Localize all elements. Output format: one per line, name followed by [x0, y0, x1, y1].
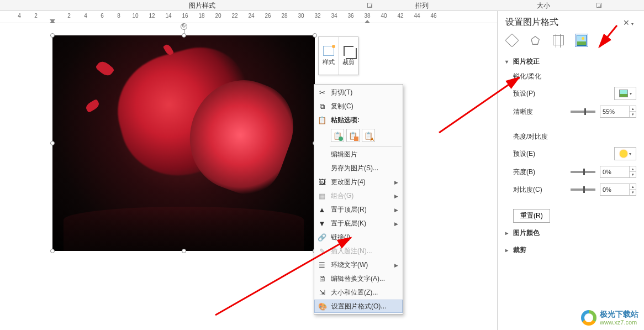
reset-button[interactable]: 重置(R) [513, 209, 550, 223]
sharpness-spinner[interactable]: 55% ▴▾ [600, 106, 636, 118]
paste-option-3[interactable] [362, 129, 375, 142]
preset-sharpen-button[interactable]: ▾ [614, 87, 636, 100]
size-position-icon: ⇲ [316, 287, 328, 298]
brightness-slider[interactable] [571, 171, 595, 173]
label-brightness-contrast: 亮度/对比度 [513, 132, 636, 142]
category-layout[interactable] [552, 34, 565, 47]
dialog-launcher-size[interactable] [597, 3, 601, 8]
wrap-text-icon: ☰ [316, 260, 328, 271]
paste-option-1[interactable] [331, 129, 344, 142]
label-sharpen-soften: 锐化/柔化 [513, 72, 636, 81]
ruler-number: 4 [18, 13, 21, 19]
ctx-link[interactable]: 🔗 链接(I) [314, 231, 403, 244]
preset-brightness-button[interactable]: ▾ [614, 147, 636, 160]
paste-option-2[interactable] [346, 129, 360, 142]
cut-icon: ✂ [316, 87, 328, 98]
ruler-number: 44 [414, 13, 420, 19]
resize-handle-ml[interactable] [50, 141, 55, 145]
label-sharpness: 清晰度 [513, 107, 566, 117]
ruler-number: 12 [149, 13, 155, 19]
ctx-edit-picture[interactable]: 编辑图片 [314, 148, 403, 161]
resize-handle-tl[interactable] [50, 33, 55, 38]
ctx-change-picture[interactable]: 🖼 更改图片(4) ▶ [314, 175, 403, 189]
ruler-number: 14 [165, 13, 171, 19]
ruler-number: 6 [101, 13, 104, 19]
ruler-number: 32 [314, 13, 320, 19]
edit-picture-icon [316, 149, 328, 160]
category-picture[interactable] [575, 34, 588, 47]
submenu-arrow-icon: ▶ [394, 193, 398, 199]
ribbon-group-bar: 图片样式 排列 大小 [0, 0, 644, 11]
ctx-save-as-picture[interactable]: 另存为图片(S)... [314, 161, 403, 175]
label-preset-e: 预设(E) [513, 149, 610, 159]
svg-marker-0 [531, 36, 539, 44]
category-effects[interactable] [529, 34, 542, 47]
sharpness-slider[interactable] [571, 111, 595, 113]
mini-crop-label: 裁剪 [342, 58, 355, 66]
section-head-crop[interactable]: ▸ 裁剪 [505, 243, 636, 257]
spin-up-icon[interactable]: ▴ [630, 106, 636, 112]
panel-close-button[interactable]: ✕▾ [620, 18, 636, 28]
mini-crop-button[interactable]: 裁剪 [339, 37, 358, 75]
spin-down-icon[interactable]: ▾ [630, 112, 636, 117]
resize-handle-bl[interactable] [50, 249, 55, 253]
panel-title: 设置图片格式 [505, 17, 558, 28]
ctx-wrap-text[interactable]: ☰ 环绕文字(W) ▶ [314, 258, 403, 272]
ruler-number: 10 [132, 13, 138, 19]
ruler-number: 2 [34, 13, 38, 19]
ruler-number: 36 [347, 13, 353, 19]
brightness-spinner[interactable]: 0% ▴▾ [600, 166, 636, 178]
ribbon-group-arrange: 排列 [409, 0, 435, 11]
resize-handle-tr[interactable] [313, 33, 317, 38]
label-contrast: 对比度(C) [513, 185, 566, 195]
ctx-size-position[interactable]: ⇲ 大小和位置(Z)... [314, 286, 403, 300]
watermark-url: www.xz7.com [600, 319, 638, 326]
watermark: 极光下载站 www.xz7.com [581, 310, 638, 326]
ruler-number: 24 [248, 13, 254, 19]
ctx-edit-alt-text[interactable]: 🖺 编辑替换文字(A)... [314, 272, 403, 286]
spin-up-icon[interactable]: ▴ [630, 184, 636, 190]
section-picture-correction: ▾ 图片校正 锐化/柔化 预设(P) ▾ 清晰度 55% ▴▾ 亮度/对比度 预… [505, 55, 636, 223]
section-crop: ▸ 裁剪 [505, 243, 636, 257]
brightness-value: 0% [600, 169, 629, 175]
section-head-color[interactable]: ▸ 图片颜色 [505, 226, 636, 240]
spin-up-icon[interactable]: ▴ [630, 166, 636, 172]
selected-picture[interactable] [52, 35, 315, 251]
panel-title-row: 设置图片格式 ✕▾ [505, 17, 636, 28]
mini-style-label: 样式 [323, 58, 335, 66]
section-head-correction[interactable]: ▾ 图片校正 [505, 55, 636, 69]
crop-icon [344, 46, 353, 56]
ctx-paste-options-label: 📋 粘贴选项: [314, 113, 403, 127]
rotate-handle[interactable] [181, 23, 187, 30]
mini-style-button[interactable]: 样式 [319, 37, 339, 75]
ruler-number: 46 [430, 13, 436, 19]
spin-down-icon[interactable]: ▾ [630, 172, 636, 177]
fill-line-icon [505, 33, 519, 47]
ruler-number: 22 [231, 13, 237, 19]
resize-handle-tm[interactable] [182, 33, 186, 38]
picture-icon [577, 35, 587, 46]
spin-down-icon[interactable]: ▾ [630, 190, 636, 195]
ruler-number: 38 [364, 13, 370, 19]
ruler-number: 2 [67, 13, 71, 19]
resize-handle-bm[interactable] [182, 249, 186, 253]
dialog-launcher-picture-style[interactable] [367, 3, 372, 8]
ribbon-group-picture-style: 图片样式 [182, 0, 222, 11]
contrast-spinner[interactable]: 0% ▴▾ [600, 184, 636, 196]
horizontal-ruler[interactable]: 4224681012141618202224262830323436384042… [0, 11, 497, 23]
chevron-down-icon: ▾ [505, 59, 511, 65]
ctx-format-picture[interactable]: 🎨 设置图片格式(O)... [314, 300, 403, 313]
mini-toolbar: 样式 裁剪 [318, 36, 358, 75]
contrast-slider[interactable] [571, 188, 595, 191]
ctx-bring-front[interactable]: ▲ 置于顶层(R) ▶ [314, 203, 403, 217]
picture-content [52, 35, 315, 251]
ruler-number: 20 [215, 13, 221, 19]
ribbon-group-size: 大小 [530, 0, 557, 11]
paste-options-row [314, 127, 403, 145]
ctx-send-back[interactable]: ▼ 置于底层(K) ▶ [314, 217, 403, 231]
ctx-copy[interactable]: ⧉ 复制(C) [314, 99, 403, 113]
contrast-value: 0% [600, 186, 629, 193]
ctx-cut[interactable]: ✂ 剪切(T) [314, 86, 403, 99]
document-canvas[interactable] [0, 23, 497, 330]
category-fill-line[interactable] [505, 34, 519, 47]
